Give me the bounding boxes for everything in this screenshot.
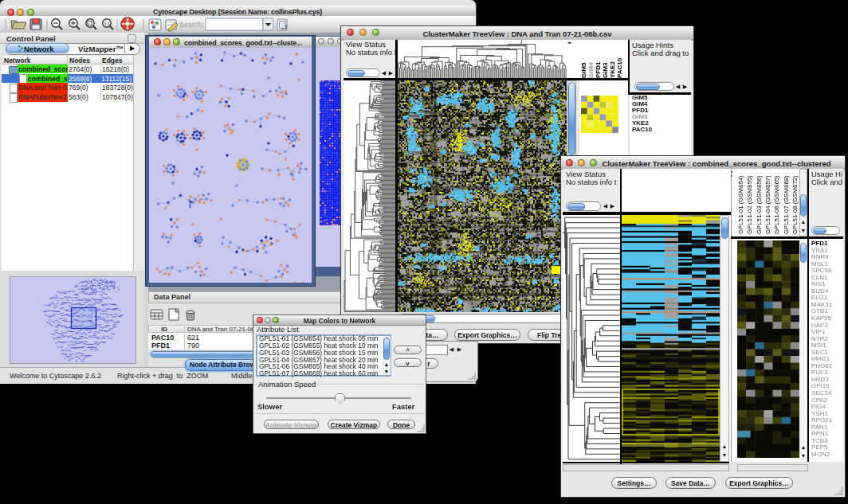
svg-text:1:1: 1:1	[104, 21, 110, 26]
svg-text:Search:: Search:	[179, 21, 204, 29]
